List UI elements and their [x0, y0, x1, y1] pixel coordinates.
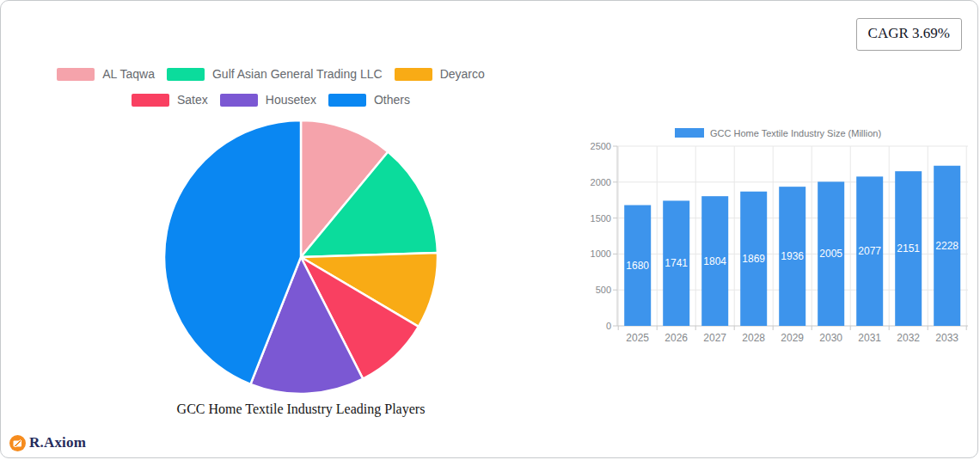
- legend-swatch: [395, 68, 432, 81]
- legend-item-deyarco[interactable]: Deyarco: [395, 67, 485, 81]
- bar-value-label: 2151: [897, 242, 920, 255]
- x-axis-label: 2031: [858, 332, 881, 344]
- brand-logo: R.Axiom: [9, 434, 86, 451]
- y-axis-label: 500: [596, 285, 611, 295]
- legend-swatch: [132, 94, 169, 107]
- bar-value-label: 2005: [819, 248, 842, 260]
- y-axis-label: 1000: [591, 248, 611, 259]
- y-axis-label: 0: [606, 321, 611, 331]
- y-axis-label: 2500: [591, 141, 611, 151]
- pie-legend: AL TaqwaGulf Asian General Trading LLCDe…: [1, 67, 541, 119]
- x-axis-label: 2029: [781, 332, 804, 344]
- legend-label: AL Taqwa: [102, 67, 155, 81]
- x-axis-label: 2026: [665, 332, 688, 344]
- pie-chart: [161, 117, 441, 397]
- x-axis-label: 2033: [935, 332, 959, 344]
- bar-chart: 0500100015002000250016802025174120261804…: [585, 121, 978, 358]
- bar-value-label: 2228: [935, 240, 959, 252]
- x-axis-label: 2032: [897, 332, 920, 344]
- legend-item-al-taqwa[interactable]: AL Taqwa: [57, 67, 155, 81]
- brand-logo-text: R.Axiom: [29, 434, 86, 451]
- x-axis-label: 2028: [742, 332, 765, 344]
- bar-legend-swatch: [675, 128, 704, 138]
- legend-swatch: [57, 68, 95, 81]
- pen-on-paper-icon: [9, 435, 26, 451]
- legend-swatch: [167, 68, 205, 81]
- legend-item-gulf-asian-general-trading-llc[interactable]: Gulf Asian General Trading LLC: [167, 67, 383, 81]
- legend-item-satex[interactable]: Satex: [132, 93, 208, 107]
- bar-value-label: 1741: [665, 257, 688, 269]
- x-axis-label: 2027: [703, 332, 726, 344]
- legend-swatch: [328, 94, 366, 107]
- pie-legend-row: AL TaqwaGulf Asian General Trading LLCDe…: [1, 67, 541, 81]
- bar-value-label: 1869: [742, 253, 765, 265]
- pie-legend-row: SatexHousetexOthers: [1, 93, 541, 107]
- legend-label: Satex: [177, 93, 208, 107]
- legend-label: Housetex: [266, 93, 316, 107]
- chart-card: CAGR 3.69% AL TaqwaGulf Asian General Tr…: [0, 0, 978, 458]
- legend-label: Others: [374, 93, 410, 107]
- bar-legend-item[interactable]: GCC Home Textile Industry Size (Million): [675, 128, 881, 138]
- x-axis-label: 2025: [626, 332, 649, 344]
- legend-swatch: [220, 94, 258, 107]
- cagr-badge: CAGR 3.69%: [856, 18, 962, 51]
- legend-item-others[interactable]: Others: [328, 93, 410, 107]
- x-axis-label: 2030: [819, 332, 842, 344]
- pie-chart-title: GCC Home Textile Industry Leading Player…: [129, 402, 473, 417]
- y-axis-label: 1500: [591, 213, 611, 224]
- bar-value-label: 2077: [858, 245, 881, 257]
- y-axis-label: 2000: [591, 177, 611, 187]
- bar-legend-label: GCC Home Textile Industry Size (Million): [710, 128, 881, 138]
- legend-label: Deyarco: [440, 67, 485, 81]
- legend-label: Gulf Asian General Trading LLC: [212, 67, 383, 81]
- bar-value-label: 1804: [703, 255, 726, 267]
- bar-value-label: 1936: [781, 250, 804, 262]
- legend-item-housetex[interactable]: Housetex: [220, 93, 316, 107]
- bar-value-label: 1680: [626, 260, 649, 272]
